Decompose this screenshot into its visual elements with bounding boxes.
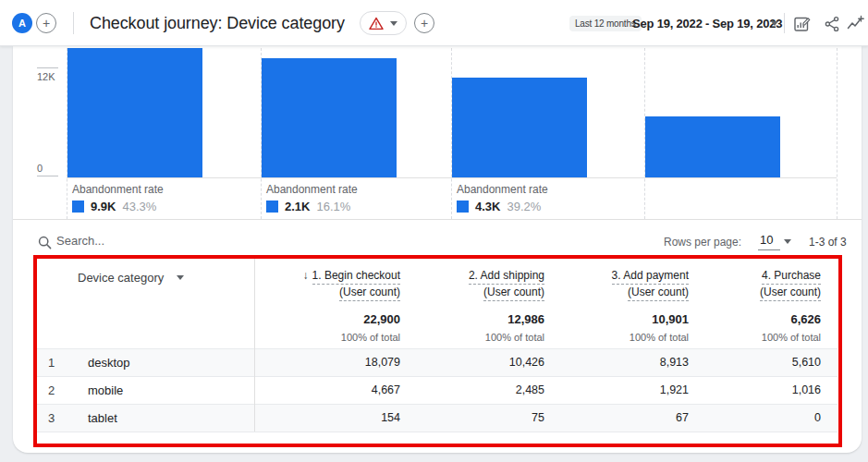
abandonment-count: 2.1K — [285, 200, 310, 213]
row-divider — [37, 376, 837, 377]
abandonment-rate: 39.2% — [507, 200, 541, 213]
funnel-bar-add-shipping[interactable] — [262, 58, 397, 177]
column-header-sublabel: (User count) — [483, 285, 544, 301]
cell-value: 4,667 — [252, 383, 400, 396]
cell-value: 75 — [397, 411, 544, 424]
step-separator — [837, 48, 837, 219]
chevron-down-icon — [390, 21, 397, 26]
total-value: 6,626 — [673, 312, 821, 326]
dimension-column-header[interactable]: Device category — [78, 271, 184, 285]
search-icon — [38, 236, 52, 249]
abandonment-count: 9.9K — [91, 200, 116, 213]
insights-icon — [847, 15, 864, 32]
add-tab-button[interactable]: + — [36, 13, 56, 33]
data-quality-chip[interactable] — [360, 11, 407, 35]
exploration-header: A + Checkout journey: Device category + … — [0, 0, 868, 46]
row-index: 2 — [48, 383, 67, 397]
row-divider — [37, 348, 837, 349]
column-header-sublabel: (User count) — [760, 285, 821, 301]
column-header-add-shipping[interactable]: 2. Add shipping (User count) — [397, 268, 544, 301]
cell-value: 8,913 — [541, 356, 689, 369]
total-cell: 6,626 100% of total — [673, 312, 821, 343]
row-dimension-desktop: desktop — [88, 356, 130, 370]
date-preset-badge: Last 12 months — [569, 16, 642, 31]
column-header-begin-checkout[interactable]: ↓1. Begin checkout (User count) — [252, 268, 400, 301]
row-dimension-tablet: tablet — [88, 411, 117, 425]
y-axis-tick — [37, 176, 58, 176]
total-share: 100% of total — [397, 332, 544, 343]
abandonment-legend-2: Abandonment rate 2.1K 16.1% — [266, 183, 447, 213]
column-header-label: 4. Purchase — [762, 268, 821, 285]
total-cell: 12,986 100% of total — [397, 312, 544, 343]
cell-value: 10,426 — [397, 356, 544, 369]
column-header-add-payment[interactable]: 3. Add payment (User count) — [541, 268, 689, 301]
insights-button[interactable] — [847, 15, 864, 32]
funnel-bar-purchase[interactable] — [645, 116, 780, 177]
abandonment-rate: 43.3% — [122, 200, 156, 213]
header-divider — [73, 12, 74, 34]
column-header-label: 1. Begin checkout — [312, 268, 400, 285]
abandonment-count: 4.3K — [475, 200, 500, 213]
y-axis-label-12k: 12K — [37, 71, 55, 82]
add-visualization-button[interactable]: + — [414, 13, 434, 33]
total-value: 22,900 — [252, 312, 400, 326]
y-axis-label-0: 0 — [37, 163, 43, 174]
total-cell: 22,900 100% of total — [252, 312, 400, 343]
total-share: 100% of total — [541, 332, 689, 343]
x-axis-line — [67, 177, 837, 178]
cell-value: 18,079 — [252, 356, 400, 369]
icons-divider — [784, 13, 785, 33]
legend-swatch-icon — [457, 201, 469, 213]
row-dimension-mobile: mobile — [88, 383, 123, 397]
column-header-label: 2. Add shipping — [469, 268, 544, 285]
warning-triangle-icon — [369, 17, 384, 30]
section-divider — [13, 219, 862, 220]
date-range-selector[interactable]: Sep 19, 2022 - Sep 19, 2023 — [632, 17, 782, 30]
column-header-sublabel: (User count) — [339, 285, 400, 301]
funnel-bar-add-payment[interactable] — [452, 78, 587, 177]
legend-swatch-icon — [266, 201, 278, 213]
row-index: 3 — [48, 411, 67, 425]
row-divider — [37, 432, 837, 432]
total-value: 12,986 — [397, 312, 544, 326]
rows-per-page-caret-icon — [784, 239, 791, 244]
share-icon — [824, 16, 840, 32]
rows-per-page-select[interactable]: 10 — [758, 233, 780, 250]
page-title: Checkout journey: Device category — [90, 14, 345, 33]
abandonment-label: Abandonment rate — [266, 183, 447, 196]
avatar[interactable]: A — [12, 13, 32, 33]
dimension-column-label: Device category — [78, 271, 164, 285]
cell-value: 154 — [252, 411, 400, 424]
cell-value: 2,485 — [397, 383, 544, 396]
legend-swatch-icon — [72, 201, 84, 213]
total-value: 10,901 — [541, 312, 689, 326]
total-share: 100% of total — [673, 332, 821, 343]
cell-value: 1,921 — [541, 383, 689, 396]
search-input[interactable] — [56, 234, 260, 248]
share-button[interactable] — [823, 15, 840, 32]
cell-value: 0 — [673, 411, 821, 424]
cell-value: 5,610 — [673, 356, 821, 369]
y-axis-tick — [37, 67, 58, 68]
cell-value: 67 — [541, 411, 689, 424]
row-index: 1 — [48, 356, 67, 370]
funnel-exploration-card: 12K 0 Abandonment rate 9.9K 43.3% Abando… — [13, 46, 862, 453]
rows-per-page-label: Rows per page: — [664, 236, 741, 249]
funnel-bar-begin-checkout[interactable] — [67, 48, 202, 177]
column-header-purchase[interactable]: 4. Purchase (User count) — [673, 268, 821, 301]
sort-descending-icon: ↓ — [303, 268, 309, 283]
cell-value: 1,016 — [673, 383, 821, 396]
edit-chart-button[interactable] — [793, 15, 811, 32]
row-divider — [37, 404, 837, 405]
dimension-caret-icon — [177, 275, 184, 280]
total-share: 100% of total — [252, 332, 400, 343]
abandonment-label: Abandonment rate — [457, 183, 638, 196]
abandonment-legend-1: Abandonment rate 9.9K 43.3% — [72, 183, 253, 213]
total-cell: 10,901 100% of total — [541, 312, 689, 343]
date-caret-icon — [771, 21, 778, 26]
abandonment-rate: 16.1% — [316, 200, 350, 213]
abandonment-label: Abandonment rate — [72, 183, 253, 196]
edit-chart-icon — [793, 15, 811, 32]
pagination-range: 1-3 of 3 — [809, 236, 847, 249]
abandonment-legend-3: Abandonment rate 4.3K 39.2% — [457, 183, 638, 213]
